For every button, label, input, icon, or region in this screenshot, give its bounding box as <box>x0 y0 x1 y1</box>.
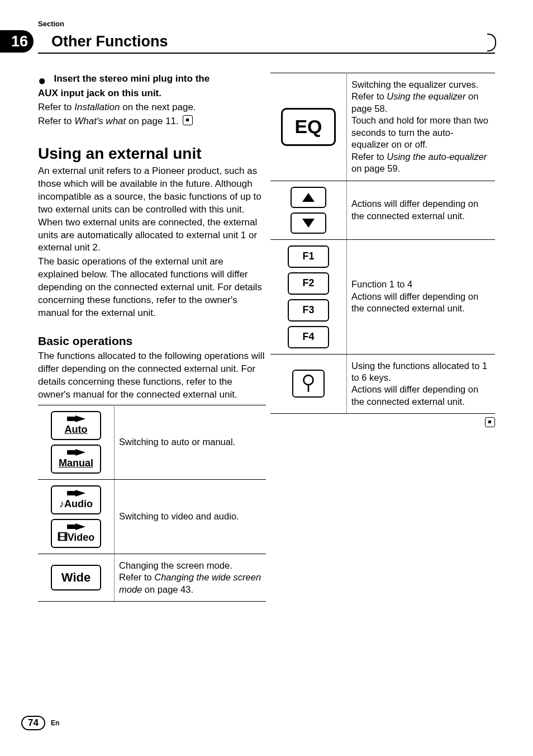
auto-manual-desc: Switching to auto or manual. <box>115 405 266 479</box>
wide-desc: Changing the screen mode. Refer to Chang… <box>115 554 266 601</box>
heading-basic-operations: Basic operations <box>38 334 266 348</box>
chapter-title: Other Functions <box>51 33 168 50</box>
ref2-b: What's what <box>74 116 126 126</box>
chapter-number-badge: 16 <box>0 30 34 53</box>
pin-button-icon <box>292 370 325 398</box>
ref2-c: on page 11. <box>126 116 179 126</box>
manual-button-icon: Manual <box>51 445 101 474</box>
ref-installation: Refer to Installation on the next page. <box>38 101 266 114</box>
table-row: EQ Switching the equalizer curves. Refer… <box>270 73 495 181</box>
eq-d3: Touch and hold for more than two seconds… <box>351 115 488 149</box>
chapter-title-bar: Other Functions <box>38 30 495 54</box>
wide-button-icon: Wide <box>51 565 101 590</box>
f2-button-icon: F2 <box>288 272 329 295</box>
auto-button-icon: Auto <box>51 411 101 440</box>
table-row: Wide Changing the screen mode. Refer to … <box>38 554 266 601</box>
video-button-icon: 🎞Video <box>51 519 101 548</box>
step-text-line2: AUX input jack on this unit. <box>38 87 266 100</box>
table-row: Using the functions allocated to 1 to 6 … <box>270 354 495 414</box>
paragraph-external-intro-1: An external unit refers to a Pioneer pro… <box>38 165 266 255</box>
pin-d1: Using the functions allocated to 1 to 6 … <box>351 361 487 382</box>
eq-d4c: on page 59. <box>351 163 400 173</box>
f1-button-icon: F1 <box>288 245 329 268</box>
step-bullet-icon: ● <box>38 74 46 87</box>
step-text-line1: Insert the stereo mini plug into the <box>54 73 210 86</box>
arrow-up-button-icon <box>291 187 326 208</box>
audio-button-icon: ♪Audio <box>51 485 101 514</box>
wide-desc-a: Changing the screen mode. <box>119 560 232 570</box>
language-code: En <box>51 719 59 727</box>
f-d2: Actions will differ depending on the con… <box>351 291 478 313</box>
table-row: Auto Manual Switching to auto or manual. <box>38 405 266 479</box>
page-number-badge: 74 <box>21 716 45 730</box>
section-end-icon <box>183 115 193 125</box>
eq-d2a: Refer to <box>351 91 387 101</box>
ref1-c: on the next page. <box>120 102 196 112</box>
audio-video-desc: Switching to video and audio. <box>115 479 266 554</box>
manual-label: Manual <box>59 457 93 469</box>
fkeys-desc: Function 1 to 4 Actions will differ depe… <box>347 239 496 354</box>
wide-desc-b: Refer to <box>119 572 154 582</box>
wide-desc-d: on page 43. <box>142 584 193 594</box>
eq-d1: Switching the equalizer curves. <box>351 79 478 89</box>
table-row: Actions will differ depending on the con… <box>270 181 495 239</box>
paragraph-basic-ops: The functions allocated to the following… <box>38 350 266 401</box>
eq-button-icon: EQ <box>281 108 336 146</box>
auto-label: Auto <box>65 424 88 436</box>
eq-d2b: Using the equalizer <box>387 91 465 101</box>
section-label: Section <box>38 20 64 28</box>
left-functions-table: Auto Manual Switching to auto or manual. <box>38 405 266 602</box>
ref2-a: Refer to <box>38 116 74 126</box>
pin-d2: Actions will differ depending on the con… <box>351 384 478 406</box>
pin-desc: Using the functions allocated to 1 to 6 … <box>347 354 496 414</box>
ref-whats-what: Refer to What's what on page 11. <box>38 115 266 128</box>
page-footer: 74 En <box>21 716 59 730</box>
arrow-down-button-icon <box>291 212 326 234</box>
heading-using-external-unit: Using an external unit <box>38 145 266 163</box>
eq-desc: Switching the equalizer curves. Refer to… <box>347 73 496 181</box>
table-row: F1 F2 F3 F4 Function 1 to 4 Actions will… <box>270 239 495 354</box>
f-d1: Function 1 to 4 <box>351 279 412 289</box>
section-end-icon <box>485 417 495 427</box>
f3-button-icon: F3 <box>288 299 329 322</box>
eq-d4a: Refer to <box>351 152 387 162</box>
arrows-desc: Actions will differ depending on the con… <box>347 181 496 239</box>
eq-d4b: Using the auto-equalizer <box>387 152 487 162</box>
ref1-a: Refer to <box>38 102 74 112</box>
paragraph-external-intro-2: The basic operations of the external uni… <box>38 256 266 320</box>
svg-point-0 <box>304 376 313 385</box>
audio-label: ♪Audio <box>59 498 93 510</box>
pin-icon <box>301 374 316 393</box>
right-functions-table: EQ Switching the equalizer curves. Refer… <box>270 73 495 414</box>
video-label: 🎞Video <box>58 532 95 544</box>
table-row: ♪Audio 🎞Video Switching to video and aud… <box>38 479 266 554</box>
f4-button-icon: F4 <box>288 326 329 348</box>
ref1-b: Installation <box>74 102 120 112</box>
